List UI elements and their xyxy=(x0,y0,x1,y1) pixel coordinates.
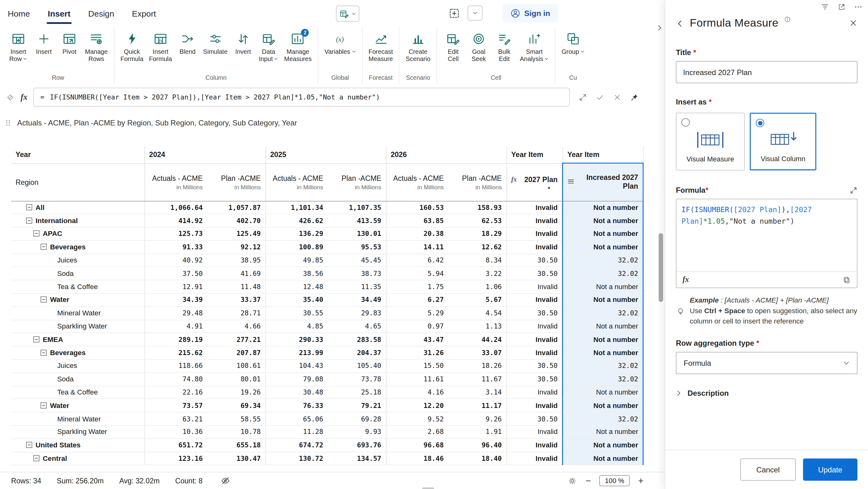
formula-editor[interactable]: IF(ISNUMBER([2027 Plan]),[2027 Plan]*1.0… xyxy=(676,199,857,288)
data-cell[interactable]: 1,107.35 xyxy=(328,201,386,214)
data-cell[interactable]: 14.11 xyxy=(386,240,448,254)
data-cell[interactable]: 35.40 xyxy=(266,293,328,306)
row-label-cell[interactable]: Water xyxy=(11,399,144,412)
data-cell[interactable]: Invalid xyxy=(506,227,562,240)
measure-header[interactable]: Actuals - ACMEin Millions xyxy=(144,163,207,201)
cell-increased-2027-plan[interactable]: 32.02 xyxy=(562,267,643,280)
pin-formula-icon[interactable] xyxy=(630,93,639,101)
data-cell[interactable]: 4.66 xyxy=(207,320,266,333)
data-cell[interactable]: 8.34 xyxy=(448,254,506,267)
sort-ascending-icon[interactable]: ▲ xyxy=(511,185,557,189)
data-cell[interactable]: 1,066.64 xyxy=(144,201,207,214)
ribbon-overflow-button[interactable] xyxy=(656,24,663,31)
data-cell[interactable]: 11.35 xyxy=(328,280,386,293)
simulate-button[interactable]: Simulate xyxy=(201,31,230,57)
data-cell[interactable]: 5.29 xyxy=(386,306,448,320)
collapse-icon[interactable] xyxy=(41,350,47,356)
edit-cell-button[interactable]: EditCell xyxy=(441,31,465,64)
manage-measures-button[interactable]: 2ManageMeasures xyxy=(282,31,314,64)
data-cell[interactable]: 22.16 xyxy=(144,386,207,399)
data-cell[interactable]: Invalid xyxy=(506,320,562,333)
data-cell[interactable]: 76.33 xyxy=(266,399,328,412)
title-input[interactable]: Increased 2027 Plan xyxy=(676,61,857,83)
data-cell[interactable]: Invalid xyxy=(506,425,562,438)
data-cell[interactable]: 10.36 xyxy=(144,425,207,438)
row-label-cell[interactable]: United States xyxy=(11,438,144,452)
data-cell[interactable]: 105.40 xyxy=(328,359,386,372)
data-cell[interactable]: 207.87 xyxy=(207,346,266,359)
row-label-cell[interactable]: All xyxy=(11,201,144,214)
data-cell[interactable]: 277.21 xyxy=(207,333,266,346)
filter-icon[interactable] xyxy=(821,3,829,11)
data-cell[interactable]: 4.54 xyxy=(448,306,506,320)
insert-as-option-visual-measure[interactable]: Visual Measure xyxy=(676,112,745,170)
data-cell[interactable]: 96.68 xyxy=(386,438,448,452)
discard-formula-icon[interactable] xyxy=(613,93,621,101)
data-cell[interactable]: 34.49 xyxy=(328,293,386,306)
data-cell[interactable]: Invalid xyxy=(506,333,562,346)
data-cell[interactable]: Invalid xyxy=(506,452,562,465)
data-cell[interactable]: 1.91 xyxy=(448,425,506,438)
row-label-cell[interactable]: Mineral Water xyxy=(11,306,144,320)
update-button[interactable]: Update xyxy=(803,458,857,481)
data-cell[interactable]: 74.80 xyxy=(144,372,207,386)
data-cell[interactable]: 674.72 xyxy=(266,438,328,452)
data-cell[interactable]: 45.45 xyxy=(328,254,386,267)
data-cell[interactable]: 9.52 xyxy=(386,412,448,425)
data-cell[interactable]: 158.93 xyxy=(448,201,506,214)
year-group-header[interactable]: 2025 xyxy=(266,146,386,163)
data-cell[interactable]: 15.50 xyxy=(386,359,448,372)
data-cell[interactable]: 12.48 xyxy=(266,280,328,293)
menu-tab-insert[interactable]: Insert xyxy=(48,0,70,27)
row-label-cell[interactable]: Tea & Coffee xyxy=(11,386,144,399)
measure-header[interactable]: Plan -ACMEin Millions xyxy=(448,163,506,201)
vertical-scrollbar[interactable] xyxy=(659,233,663,302)
data-cell[interactable]: 91.33 xyxy=(144,240,207,254)
insert-button[interactable]: Insert xyxy=(32,31,56,57)
insert-as-option-visual-column[interactable]: Visual Column xyxy=(750,112,816,170)
data-cell[interactable]: 30.50 xyxy=(506,254,562,267)
data-cell[interactable]: 41.69 xyxy=(207,267,266,280)
smart-analysis-button[interactable]: SmartAnalysis xyxy=(518,31,551,64)
data-cell[interactable]: 651.72 xyxy=(144,438,207,452)
data-cell[interactable]: 4.85 xyxy=(266,320,328,333)
cell-increased-2027-plan[interactable]: Not a number xyxy=(562,399,643,412)
menu-tab-export[interactable]: Export xyxy=(132,0,156,27)
cell-increased-2027-plan[interactable]: 32.02 xyxy=(562,359,643,372)
data-cell[interactable]: 108.61 xyxy=(207,359,266,372)
aggregation-select[interactable]: Formula xyxy=(676,352,857,374)
data-cell[interactable]: 18.40 xyxy=(448,452,506,465)
cell-increased-2027-plan[interactable]: 32.02 xyxy=(562,306,643,320)
year-group-header[interactable]: 2026 xyxy=(386,146,506,163)
data-cell[interactable]: 12.91 xyxy=(144,280,207,293)
year-item-group-header[interactable]: Year Item xyxy=(506,146,562,163)
data-cell[interactable]: 18.26 xyxy=(448,359,506,372)
data-cell[interactable]: 69.28 xyxy=(328,412,386,425)
data-cell[interactable]: 130.47 xyxy=(207,452,266,465)
resize-handle[interactable] xyxy=(422,487,434,489)
variables-button[interactable]: (x)Variables xyxy=(322,31,358,57)
invert-button[interactable]: Invert xyxy=(231,31,255,57)
data-cell[interactable]: Invalid xyxy=(506,386,562,399)
data-cell[interactable]: 30.50 xyxy=(506,359,562,372)
row-label-cell[interactable]: Soda xyxy=(11,267,144,280)
data-cell[interactable]: 1.75 xyxy=(386,280,448,293)
edit-toolbar-button[interactable] xyxy=(336,6,359,22)
data-cell[interactable]: 79.21 xyxy=(328,399,386,412)
accept-formula-icon[interactable] xyxy=(596,93,604,101)
data-cell[interactable]: 213.99 xyxy=(266,346,328,359)
cell-increased-2027-plan[interactable]: Not a number xyxy=(562,333,643,346)
zoom-in-button[interactable]: + xyxy=(638,476,644,485)
cell-increased-2027-plan[interactable]: Not a number xyxy=(562,214,643,227)
data-cell[interactable]: 1,057.87 xyxy=(207,201,266,214)
close-button[interactable] xyxy=(849,19,858,27)
data-cell[interactable]: 30.55 xyxy=(266,306,328,320)
radio-unselected-icon[interactable] xyxy=(681,118,690,127)
row-label-cell[interactable]: APAC xyxy=(11,227,144,240)
data-cell[interactable]: 1.13 xyxy=(448,320,506,333)
menu-tab-design[interactable]: Design xyxy=(88,0,114,27)
data-cell[interactable]: 20.38 xyxy=(386,227,448,240)
group-button[interactable]: Group xyxy=(559,31,587,57)
pivot-button[interactable]: Pivot xyxy=(57,31,82,57)
data-cell[interactable]: 33.37 xyxy=(207,293,266,306)
